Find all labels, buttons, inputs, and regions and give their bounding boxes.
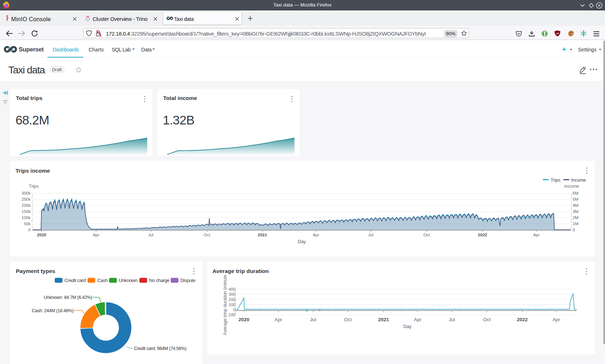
svg-text:6M: 6M	[573, 191, 578, 195]
svg-text:300: 300	[229, 292, 236, 296]
svg-text:Day: Day	[298, 239, 306, 244]
svg-text:0: 0	[573, 228, 575, 232]
svg-text:Cash: 244M (18.48%): Cash: 244M (18.48%)	[32, 308, 73, 313]
svg-text:No charge: No charge	[149, 278, 170, 283]
svg-text:250k: 250k	[22, 197, 31, 201]
svg-text:2021: 2021	[378, 317, 389, 322]
svg-text:Apr: Apr	[414, 317, 422, 322]
svg-text:3M: 3M	[573, 209, 578, 214]
svg-text:-100: -100	[227, 313, 236, 317]
svg-text:Apr: Apr	[533, 233, 539, 237]
svg-text:150k: 150k	[22, 209, 31, 214]
svg-text:2020: 2020	[238, 317, 249, 322]
svg-text:100: 100	[229, 302, 236, 307]
svg-text:50k: 50k	[24, 222, 31, 226]
svg-text:200k: 200k	[22, 203, 31, 208]
svg-text:Trips: Trips	[551, 178, 560, 183]
svg-text:2M: 2M	[573, 215, 578, 220]
svg-text:400: 400	[229, 287, 236, 291]
svg-text:Apr: Apr	[552, 317, 560, 322]
svg-text:Income: Income	[564, 184, 579, 189]
svg-text:1M: 1M	[573, 222, 578, 226]
svg-text:Dispute: Dispute	[180, 278, 195, 283]
svg-text:Oct: Oct	[483, 317, 490, 322]
svg-text:Trips: Trips	[29, 184, 39, 189]
svg-text:Oct: Oct	[424, 233, 430, 237]
svg-text:Average trinp duration (minute: Average trinp duration (minute	[223, 275, 228, 335]
svg-text:100k: 100k	[22, 215, 31, 220]
svg-text:Oct: Oct	[204, 233, 211, 237]
svg-text:Unknown: Unknown	[119, 278, 138, 283]
svg-text:Income: Income	[571, 178, 586, 183]
svg-text:Jul: Jul	[148, 233, 153, 237]
svg-text:Oct: Oct	[344, 317, 351, 322]
svg-text:Day: Day	[403, 324, 412, 329]
svg-text:Jul: Jul	[368, 233, 373, 237]
svg-text:300k: 300k	[22, 191, 31, 195]
svg-text:2021: 2021	[258, 233, 267, 237]
svg-text:5M: 5M	[573, 197, 578, 201]
svg-text:Apr: Apr	[93, 233, 99, 237]
svg-text:Jul: Jul	[449, 317, 455, 322]
svg-text:200: 200	[229, 297, 236, 302]
svg-text:2022: 2022	[517, 317, 528, 322]
svg-text:0: 0	[233, 308, 236, 312]
svg-text:Credit card: 984M (74.56%): Credit card: 984M (74.56%)	[134, 346, 187, 351]
svg-text:Jul: Jul	[310, 317, 316, 322]
svg-text:Apr: Apr	[313, 233, 319, 237]
svg-text:2020: 2020	[37, 233, 46, 237]
svg-text:Unknown: 84.7M (6.42%): Unknown: 84.7M (6.42%)	[44, 295, 93, 300]
svg-text:4M: 4M	[573, 203, 578, 208]
svg-text:Credit card: Credit card	[64, 278, 86, 283]
svg-text:0: 0	[28, 228, 31, 232]
svg-text:uO: uO	[556, 32, 559, 35]
svg-text:2022: 2022	[478, 233, 487, 237]
svg-text:Apr: Apr	[274, 317, 282, 322]
svg-text:Cash: Cash	[97, 278, 108, 283]
